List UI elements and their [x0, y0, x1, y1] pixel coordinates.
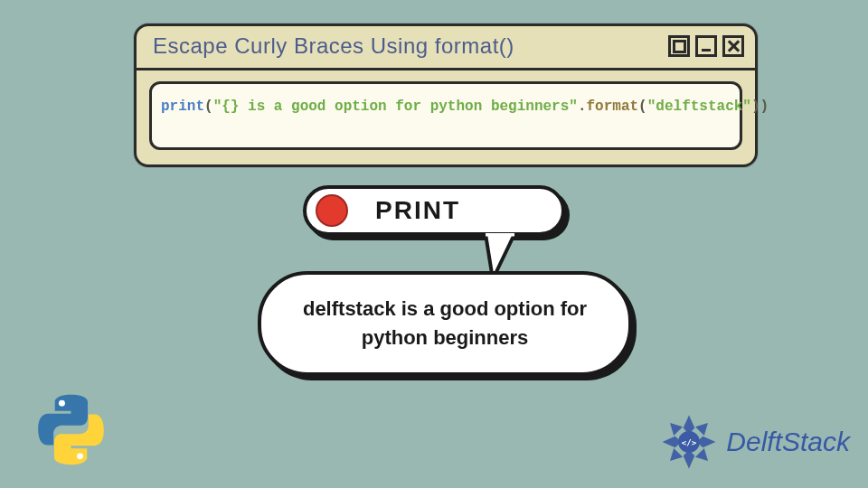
- code-area: print("{} is a good option for python be…: [149, 81, 742, 150]
- svg-point-1: [77, 453, 83, 459]
- output-bubble: delftstack is a good option for python b…: [258, 271, 632, 376]
- window-controls: [668, 35, 744, 57]
- output-text: delftstack is a good option for python b…: [303, 297, 587, 349]
- tok-paren: )): [751, 99, 769, 115]
- maximize-icon[interactable]: [668, 35, 690, 57]
- delftstack-mandala-icon: </>: [657, 410, 721, 474]
- delftstack-label: DelftStack: [726, 427, 850, 457]
- window-title: Escape Curly Braces Using format(): [153, 33, 668, 59]
- print-label: PRINT: [375, 196, 460, 225]
- svg-point-0: [59, 400, 65, 407]
- close-icon[interactable]: [722, 35, 744, 57]
- tok-paren: (: [638, 99, 647, 115]
- print-button[interactable]: PRINT: [303, 185, 565, 236]
- delftstack-logo: </> DelftStack: [657, 410, 850, 474]
- tok-method: format: [587, 99, 639, 115]
- python-logo-icon: [33, 391, 109, 472]
- tok-paren: (: [204, 99, 213, 115]
- tok-string: "{} is a good option for python beginner…: [213, 99, 578, 115]
- tok-dot: .: [578, 99, 587, 115]
- svg-text:</>: </>: [682, 438, 697, 447]
- code-window: Escape Curly Braces Using format() print…: [134, 23, 758, 167]
- record-icon: [316, 194, 348, 227]
- titlebar: Escape Curly Braces Using format(): [137, 26, 755, 70]
- tok-keyword: print: [161, 99, 204, 115]
- tok-string: "delftstack": [647, 99, 751, 115]
- code-line: print("{} is a good option for python be…: [161, 99, 731, 115]
- minimize-icon[interactable]: [695, 35, 717, 57]
